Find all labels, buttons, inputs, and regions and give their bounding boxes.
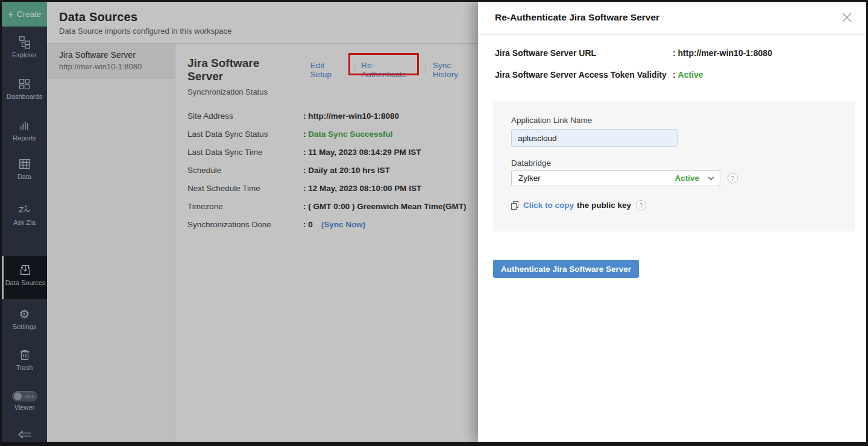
databridge-label: Databridge [511, 159, 551, 168]
sync-status-heading: Synchronization Status [187, 87, 478, 96]
create-button[interactable]: + Create [2, 2, 47, 27]
collapse-arrow-icon [17, 429, 33, 441]
sidebar-item-label: Viewer [2, 404, 47, 411]
status-row-site-address: Site Address : http://mer-win10-1:8080 [187, 107, 478, 125]
sidebar-item-trash[interactable]: Trash [2, 348, 47, 371]
toggle-knob [14, 392, 22, 400]
link-separator [354, 66, 354, 74]
page-header: Data Sources Data Source imports configu… [47, 2, 478, 44]
dashboards-icon [18, 78, 31, 90]
link-separator [426, 66, 426, 74]
explorer-icon [18, 36, 31, 49]
status-row-schedule: Schedule : Daily at 20:10 hrs IST [187, 161, 478, 179]
source-name: Jira Software Server [59, 50, 168, 60]
sidebar-item-label: Ask Zia [2, 219, 47, 226]
sidebar-collapse-button[interactable] [2, 429, 47, 443]
copy-icon[interactable] [511, 201, 518, 210]
public-key-help-icon[interactable]: ? [636, 200, 646, 210]
click-to-copy-link[interactable]: Click to copy [523, 201, 574, 210]
sidebar-item-viewer[interactable]: OFF Viewer [2, 391, 47, 411]
chevron-down-icon [708, 176, 714, 181]
panel-row-token-validity: Jira Software Server Access Token Validi… [495, 70, 703, 80]
panel-title: Re-Authenticate Jira Software Server [495, 12, 659, 23]
data-source-list: Jira Software Server http://mer-win10-1:… [47, 44, 175, 446]
sidebar-item-label: Dashboards [2, 93, 47, 100]
re-authenticate-link[interactable]: Re-Authenticate [361, 61, 419, 79]
sidebar-item-ask-zia[interactable]: Ask Zia [2, 203, 47, 226]
data-sources-icon [19, 263, 32, 277]
status-row-last-sync-time: Last Data Sync Time : 11 May, 2023 08:14… [187, 143, 478, 161]
sidebar-item-label: Data [2, 173, 47, 180]
sidebar-item-dashboards[interactable]: Dashboards [2, 78, 47, 100]
close-icon [841, 12, 852, 23]
gear-icon: ⚙ [2, 307, 47, 321]
sidebar-item-data[interactable]: Data [2, 157, 47, 180]
status-row-sync-done: Synchronizations Done : 0 (Sync Now) [187, 215, 478, 233]
create-button-label: Create [17, 10, 42, 19]
source-detail-title: Jira Software Server [187, 57, 297, 83]
main-content: Data Sources Data Source imports configu… [47, 2, 478, 442]
panel-row-server-url: Jira Software Server URL : http://mer-wi… [495, 48, 772, 58]
close-button[interactable] [838, 9, 855, 26]
sync-status-badge: Data Sync Successful [308, 130, 392, 139]
toggle-state-label: OFF [25, 394, 36, 399]
sidebar-item-data-sources[interactable]: Data Sources [2, 256, 47, 299]
sidebar-item-reports[interactable]: Reports [2, 119, 47, 142]
sidebar: + Create Explorer Dashboards Reports [2, 2, 47, 442]
public-key-label: the public key [577, 201, 631, 210]
status-row-timezone: Timezone : ( GMT 0:00 ) Greenwich Mean T… [187, 197, 478, 215]
databridge-select[interactable]: Zylker Active [511, 170, 720, 186]
databridge-status-badge: Active [675, 174, 699, 183]
application-link-name-label: Application Link Name [511, 116, 592, 125]
plus-icon: + [8, 9, 14, 19]
sidebar-item-settings[interactable]: ⚙ Settings [2, 307, 47, 330]
databridge-selected-value: Zylker [512, 174, 675, 183]
public-key-copy-row: Click to copy the public key ? [511, 200, 646, 210]
reauthenticate-panel: Re-Authenticate Jira Software Server Jir… [478, 2, 866, 442]
sidebar-item-label: Data Sources [4, 279, 47, 286]
page-title: Data Sources [59, 10, 478, 24]
sidebar-item-label: Trash [2, 364, 47, 371]
data-table-icon [18, 157, 31, 171]
viewer-toggle[interactable]: OFF [12, 391, 37, 401]
source-url: http://mer-win10-1:8080 [59, 62, 168, 71]
auth-form-box: Application Link Name Databridge Zylker … [493, 101, 855, 231]
sidebar-item-label: Explorer [2, 51, 47, 58]
edit-setup-link[interactable]: Edit Setup [310, 61, 348, 79]
source-detail-panel: Jira Software Server Edit Setup Re-Authe… [175, 44, 478, 446]
sync-now-link[interactable]: (Sync Now) [321, 220, 366, 229]
status-row-next-schedule: Next Schedule Time : 12 May, 2023 08:10:… [187, 179, 478, 197]
authenticate-button[interactable]: Authenticate Jira Software Server [493, 260, 639, 278]
page-subtitle: Data Source imports configured in this w… [59, 27, 478, 36]
token-validity-badge: Active [678, 70, 703, 80]
databridge-help-icon[interactable]: ? [728, 173, 738, 183]
reports-icon [18, 119, 31, 132]
sidebar-item-label: Reports [2, 134, 47, 142]
application-link-name-field[interactable] [511, 129, 678, 147]
panel-header-divider [478, 34, 866, 35]
sidebar-item-label: Settings [2, 323, 47, 330]
trash-icon [18, 348, 31, 362]
sidebar-item-explorer[interactable]: Explorer [2, 36, 47, 58]
app-window: + Create Explorer Dashboards Reports [0, 0, 868, 446]
sync-history-link[interactable]: Sync History [433, 61, 478, 79]
source-list-item-jira[interactable]: Jira Software Server http://mer-win10-1:… [47, 44, 175, 78]
status-row-last-sync-status: Last Data Sync Status : Data Sync Succes… [187, 125, 478, 143]
ask-zia-icon [17, 203, 32, 216]
